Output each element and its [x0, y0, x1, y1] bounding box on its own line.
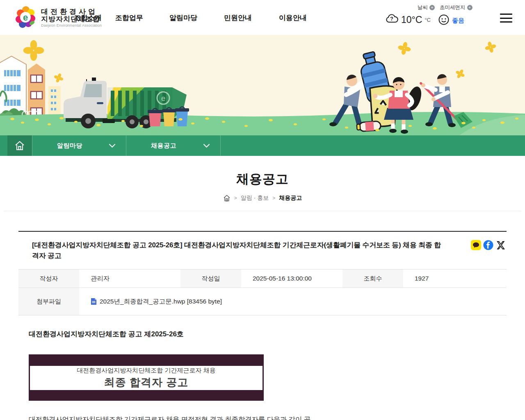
kakao-share-button[interactable] [471, 240, 481, 250]
page-head: 채용공고 > 알림 · 홍보 > 채용공고 [0, 156, 525, 202]
gnb-menu-1-label: 알림마당 [57, 142, 82, 150]
hero-illustration: e [0, 35, 525, 135]
x-share-button[interactable] [495, 240, 506, 250]
breadcrumb-current: 채용공고 [279, 194, 302, 202]
notice-paragraph: 대전환경사업지방자치단체조합 기간제근로자 채용 면접전형 결과 최종합격자를 … [29, 414, 316, 420]
views-value: 1927 [403, 269, 507, 288]
home-button[interactable] [7, 135, 32, 156]
site-header: e 대전환경사업 지방자치단체조합 Daejeon Environmental … [0, 0, 525, 35]
article-body: 대전환경사업지방자치단체조합 공고 제2025-26호 대전환경사업지방자치단체… [18, 329, 507, 420]
dust-label-row: 초미세먼지 + [438, 4, 487, 11]
page-title: 채용공고 [0, 171, 525, 188]
nav-item-guide[interactable]: 이용안내 [279, 13, 307, 23]
smiley-face-icon [438, 14, 450, 27]
views-label: 조회수 [342, 269, 403, 288]
weather-label-row: 날씨 + [386, 4, 435, 11]
facebook-share-button[interactable] [483, 240, 493, 250]
svg-text:?: ? [390, 16, 393, 22]
banner-title: 최종 합격자 공고 [104, 375, 188, 390]
breadcrumb-nav-bar: 알림마당 채용공고 [0, 135, 525, 156]
date-label: 작성일 [180, 269, 241, 288]
dust-status: 좋음 [452, 17, 464, 25]
attachment-label: 첨부파일 [18, 288, 79, 315]
breadcrumb-separator: > [272, 195, 275, 201]
hamburger-menu-icon[interactable] [500, 14, 512, 23]
dust-info-icon[interactable]: + [467, 5, 472, 10]
temperature-unit: °C [425, 17, 431, 23]
share-buttons [471, 240, 506, 250]
article-header: [대전환경사업지방자치단체조합 공고 2025-26호] 대전환경사업지방자치단… [18, 231, 507, 269]
svg-text:e: e [23, 12, 28, 23]
nav-item-about[interactable]: 조합소개 [74, 13, 102, 23]
breadcrumb-home-icon[interactable] [223, 194, 231, 202]
gnb-menu-2-label: 채용공고 [151, 142, 176, 150]
notice-number-heading: 대전환경사업지방자치단체조합 공고 제2025-26호 [29, 329, 507, 339]
dust-label: 초미세먼지 [440, 4, 466, 11]
article-meta-table: 작성자 관리자 작성일 2025-05-16 13:00:00 조회수 1927… [18, 269, 507, 315]
chevron-down-icon [109, 144, 115, 148]
hwp-file-icon [91, 298, 97, 305]
facebook-icon [483, 240, 493, 250]
breadcrumb-separator: > [234, 195, 237, 201]
chevron-down-icon [203, 144, 210, 148]
building-white [0, 56, 26, 117]
breadcrumb-parent[interactable]: 알림 · 홍보 [241, 194, 269, 202]
author-label: 작성자 [18, 269, 79, 288]
logo-icon: e [15, 5, 37, 31]
notice-banner-inner: 대전환경사업지방자치단체조합 기간제근로자 채용 최종 합격자 공고 [30, 365, 263, 390]
article-title: [대전환경사업지방자치단체조합 공고 2025-26호] 대전환경사업지방자치단… [32, 240, 446, 261]
weather-label: 날씨 [418, 4, 428, 11]
gnb-menu-1[interactable]: 알림마당 [32, 135, 126, 156]
notice-banner-image: 대전환경사업지방자치단체조합 기간제근로자 채용 최종 합격자 공고 [29, 354, 264, 401]
nav-item-business[interactable]: 조합업무 [115, 13, 143, 23]
nav-item-civil[interactable]: 민원안내 [224, 13, 252, 23]
attachment-link[interactable]: 2025년_최종합격_공고문.hwp [83456 byte] [91, 297, 222, 306]
temperature-value: 10°C [401, 14, 422, 25]
svg-text:e: e [161, 94, 165, 103]
attachment-filename: 2025년_최종합격_공고문.hwp [83456 byte] [100, 297, 222, 306]
breadcrumb: > 알림 · 홍보 > 채용공고 [0, 194, 525, 202]
home-icon [14, 140, 25, 151]
divider [4, 211, 521, 211]
notice-article: [대전환경사업지방자치단체조합 공고 2025-26호] 대전환경사업지방자치단… [18, 231, 507, 420]
cloud-unknown-icon: ? [386, 14, 399, 26]
date-value: 2025-05-16 13:00:00 [241, 269, 342, 288]
meta-row-2: 첨부파일 2025년_최종합격_공고문.hwp [83456 byte] [18, 288, 507, 315]
gnb-menu-2[interactable]: 채용공고 [126, 135, 221, 156]
weather-info-icon[interactable]: + [429, 5, 435, 10]
building-orange [28, 64, 45, 117]
building-yellow [48, 86, 61, 117]
logo-subtitle: Daejeon Environmental Association [41, 24, 102, 27]
nav-item-news[interactable]: 알림마당 [169, 13, 197, 23]
kakao-icon [472, 242, 479, 249]
banner-subtitle: 대전환경사업지방자치단체조합 기간제근로자 채용 [77, 367, 215, 374]
hero-banner: e [0, 35, 525, 135]
author-value: 관리자 [79, 269, 180, 288]
meta-row-1: 작성자 관리자 작성일 2025-05-16 13:00:00 조회수 1927 [18, 269, 507, 288]
x-twitter-icon [496, 241, 505, 250]
